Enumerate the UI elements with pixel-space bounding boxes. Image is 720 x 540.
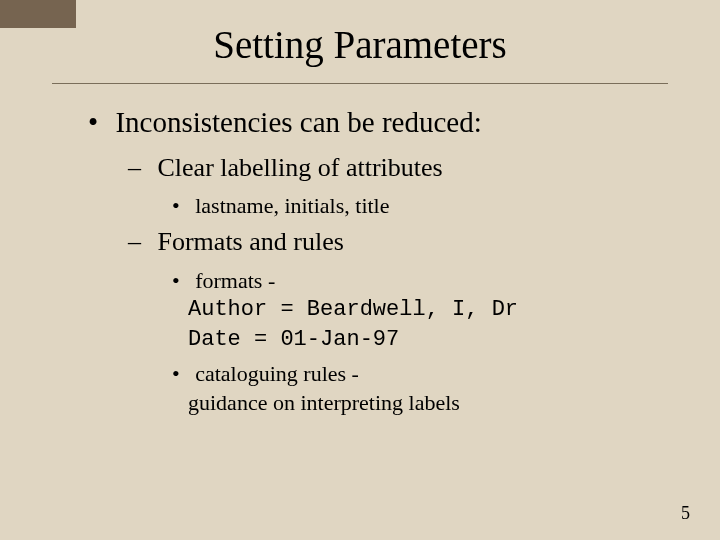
code-line: Date = 01-Jan-97: [188, 325, 660, 355]
code-line: Author = Beardwell, I, Dr: [188, 295, 660, 325]
bullet-lvl3-desc: guidance on interpreting labels: [188, 388, 660, 418]
bullet-lvl3: formats - Author = Beardwell, I, Dr Date…: [60, 266, 660, 355]
bullet-lvl2-text: Formats and rules: [158, 227, 344, 256]
bullet-lvl3-text: lastname, initials, title: [195, 193, 389, 218]
page-number: 5: [681, 503, 690, 524]
bullet-lvl3: cataloguing rules - guidance on interpre…: [60, 359, 660, 418]
bullet-lvl2: Formats and rules: [60, 224, 660, 259]
bullet-lvl1: Inconsistencies can be reduced:: [60, 104, 660, 142]
bullet-lvl1-text: Inconsistencies can be reduced:: [115, 106, 481, 138]
bullet-lvl3-lead: formats -: [195, 268, 275, 293]
bullet-lvl3: lastname, initials, title: [60, 191, 660, 221]
content-area: Inconsistencies can be reduced: Clear la…: [0, 84, 720, 418]
corner-decoration: [0, 0, 76, 28]
slide: Setting Parameters Inconsistencies can b…: [0, 0, 720, 540]
bullet-lvl3-lead: cataloguing rules -: [195, 361, 359, 386]
bullet-lvl2: Clear labelling of attributes: [60, 150, 660, 185]
slide-title: Setting Parameters: [0, 0, 720, 77]
bullet-lvl2-text: Clear labelling of attributes: [158, 153, 443, 182]
